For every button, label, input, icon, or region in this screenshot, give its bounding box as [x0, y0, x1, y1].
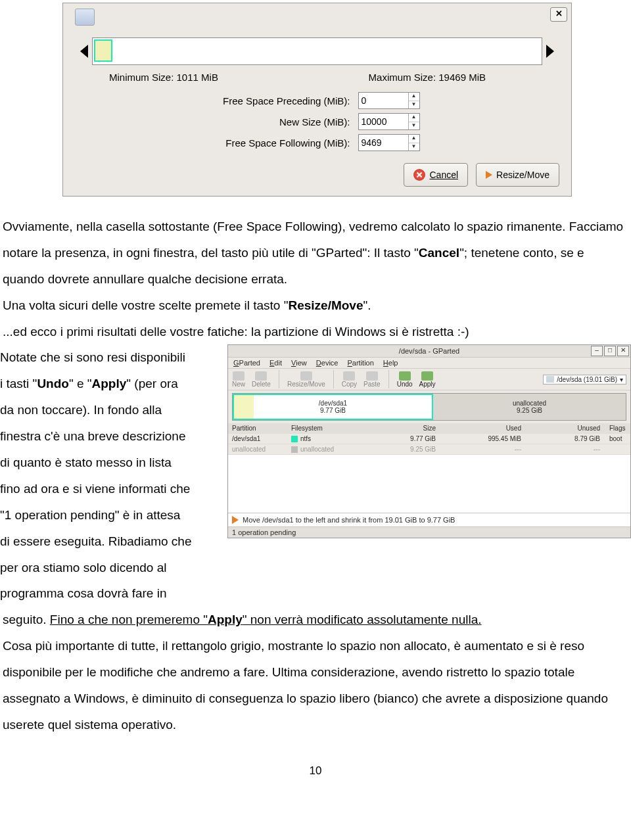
text: Fino a che non premeremo " [50, 613, 208, 626]
arrow-right-icon [486, 171, 492, 179]
maximize-icon[interactable]: □ [604, 346, 616, 356]
text: " e " [69, 377, 92, 390]
col-size: Size [363, 425, 449, 432]
cancel-icon [413, 169, 425, 181]
tool-resize: Resize/Move [287, 371, 325, 388]
preceding-spin[interactable]: 0 ▲▼ [358, 92, 420, 109]
newsize-value[interactable]: 10000 [359, 114, 408, 129]
resize-dialog: ✕ Minimum Size: 1011 MiB Maximum Size: 1… [62, 3, 572, 197]
ntfs-swatch [291, 436, 298, 442]
page-number: 10 [0, 764, 631, 778]
minimize-icon[interactable]: – [591, 346, 603, 356]
col-filesystem: Filesystem [291, 425, 363, 432]
col-partition: Partition [232, 425, 291, 432]
text: di quanto è stato messo in lista [0, 450, 223, 476]
device-selector-label: /dev/sda (19.01 GiB) [557, 376, 617, 383]
chevron-right-icon[interactable] [546, 45, 554, 58]
spin-arrows[interactable]: ▲▼ [408, 93, 419, 108]
text: " (per ora [126, 377, 178, 390]
text: ...ed ecco i primi risultati delle vostr… [3, 319, 628, 345]
text: Una volta sicuri delle vostre scelte pre… [3, 298, 288, 312]
chevron-left-icon[interactable] [80, 45, 88, 58]
text: fino ad ora e si viene informati che [0, 476, 223, 502]
spin-arrows[interactable]: ▲▼ [408, 135, 419, 151]
text-bold: Apply [208, 613, 243, 626]
menu-partition[interactable]: Partition [347, 359, 373, 367]
text: Notate che si sono resi disponibili [0, 344, 223, 371]
table-body: /dev/sda1 ntfs 9.77 GiB 995.45 MiB 8.79 … [228, 434, 630, 513]
unallocated-size: 9.25 GiB [517, 407, 542, 414]
menu-help[interactable]: Help [383, 359, 398, 367]
partition-size: 9.77 GiB [320, 407, 346, 414]
following-spin[interactable]: 9469 ▲▼ [358, 134, 420, 151]
table-row[interactable]: unallocated unallocated 9.25 GiB --- --- [228, 444, 630, 455]
text: finestra c'è una breve descrizione [0, 423, 223, 450]
unalloc-swatch [291, 446, 298, 453]
table-headers: Partition Filesystem Size Used Unused Fl… [228, 423, 630, 434]
menu-view[interactable]: View [291, 359, 307, 367]
drive-icon [546, 376, 554, 383]
preceding-value[interactable]: 0 [359, 93, 408, 108]
resize-button-label: Resize/Move [496, 170, 549, 180]
text: seguito. [3, 613, 50, 626]
text: programma cosa dovrà fare in [0, 580, 223, 607]
col-flags: Flags [609, 425, 626, 432]
partition-name: /dev/sda1 [319, 400, 347, 407]
text: da non toccare). In fondo alla [0, 397, 223, 423]
min-size-label: Minimum Size: 1011 MiB [109, 72, 218, 83]
unallocated-name: unallocated [513, 400, 546, 407]
window-title: /dev/sda - GParted [399, 347, 459, 355]
col-unused: Unused [534, 425, 609, 432]
text: ". [363, 298, 371, 312]
newsize-spin[interactable]: 10000 ▲▼ [358, 113, 420, 130]
cancel-button-label: Cancel [429, 170, 458, 180]
partition-slider[interactable] [80, 37, 554, 65]
menu-device[interactable]: Device [316, 359, 339, 367]
following-label: Free Space Following (MiB): [147, 137, 358, 149]
text: i tasti " [0, 377, 37, 390]
body-text-left: Notate che si sono resi disponibili i ta… [0, 344, 225, 607]
gparted-window: /dev/sda - GParted – □ ✕ GParted Edit Vi… [227, 344, 631, 538]
text-bold: Undo [37, 377, 69, 390]
text-bold: Resize/Move [288, 298, 363, 312]
following-value[interactable]: 9469 [359, 135, 408, 151]
tool-copy: Copy [342, 371, 357, 388]
menu-bar[interactable]: GParted Edit View Device Partition Help [228, 358, 630, 369]
resize-move-button[interactable]: Resize/Move [476, 163, 559, 187]
operation-list: Move /dev/sda1 to the left and shrink it… [228, 513, 630, 526]
spin-arrows[interactable]: ▲▼ [408, 114, 419, 129]
table-row[interactable]: /dev/sda1 ntfs 9.77 GiB 995.45 MiB 8.79 … [228, 434, 630, 444]
text: Cosa più importante di tutte, il rettang… [3, 633, 628, 738]
drive-icon [75, 9, 95, 26]
max-size-label: Maximum Size: 19469 MiB [369, 72, 486, 83]
menu-edit[interactable]: Edit [269, 359, 282, 367]
text: " non verrà modificato assolutamente nul… [243, 613, 482, 626]
close-icon[interactable]: ✕ [550, 7, 567, 22]
arrow-right-icon [232, 516, 239, 524]
unallocated-block[interactable]: unallocated 9.25 GiB [433, 394, 626, 420]
text: per ora stiamo solo dicendo al [0, 555, 223, 581]
slider-track[interactable] [92, 37, 542, 65]
text-bold: Cancel [419, 246, 459, 260]
disk-bar[interactable]: /dev/sda1 9.77 GiB unallocated 9.25 GiB [232, 393, 626, 421]
text-bold: Apply [92, 377, 127, 390]
partition-block[interactable]: /dev/sda1 9.77 GiB [233, 394, 433, 420]
operation-text: Move /dev/sda1 to the left and shrink it… [243, 516, 455, 524]
menu-gparted[interactable]: GParted [233, 359, 260, 367]
newsize-label: New Size (MiB): [147, 116, 358, 128]
col-used: Used [449, 425, 534, 432]
tool-new: New [232, 371, 245, 388]
chevron-down-icon: ▾ [620, 376, 623, 383]
text: di essere eseguita. Ribadiamo che [0, 528, 223, 555]
tool-paste: Paste [363, 371, 381, 388]
window-titlebar: /dev/sda - GParted – □ ✕ [228, 345, 630, 358]
tool-undo[interactable]: Undo [397, 371, 413, 388]
status-bar: 1 operation pending [228, 526, 630, 538]
tool-apply[interactable]: Apply [419, 371, 436, 388]
close-icon[interactable]: ✕ [617, 346, 629, 356]
body-text: seguito. Fino a che non premeremo "Apply… [3, 607, 628, 737]
cancel-button[interactable]: Cancel [404, 163, 468, 187]
toolbar: New Delete Resize/Move Copy Paste Undo A… [228, 369, 630, 390]
body-text: Ovviamente, nella casella sottostante (F… [3, 214, 628, 344]
device-selector[interactable]: /dev/sda (19.01 GiB) ▾ [543, 375, 626, 385]
